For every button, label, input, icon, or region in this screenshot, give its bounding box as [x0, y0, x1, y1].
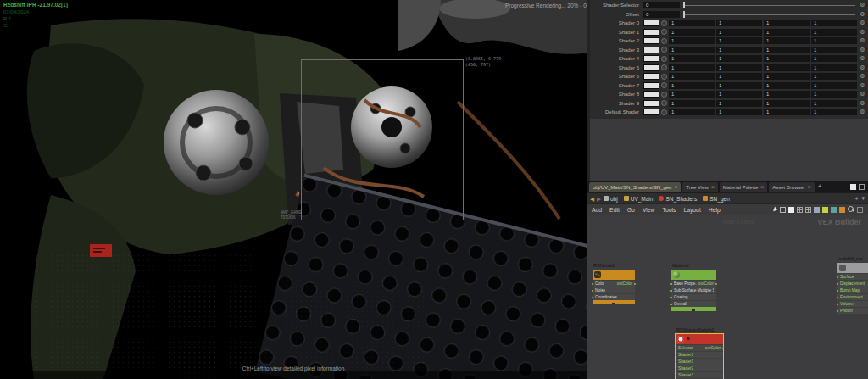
shader-value-field[interactable]: 1	[716, 29, 762, 36]
shader-value-field[interactable]: 1	[764, 91, 810, 98]
layout-grid-icon[interactable]	[797, 207, 803, 213]
node-rsshaderswitch1[interactable]: RSShaderSwitch1⚑SelectoroutColorShader0S…	[676, 334, 723, 379]
slider-handle[interactable]	[683, 2, 685, 8]
menu-go[interactable]: Go	[627, 207, 635, 213]
input-connector-dot[interactable]	[837, 290, 838, 292]
color-swatch[interactable]	[643, 100, 659, 107]
pane-tab[interactable]: Material Palette×	[720, 182, 767, 192]
gear-icon[interactable]: ⚙	[858, 1, 867, 9]
node-rsnoise1[interactable]: RSNoise1ColoroutColorNoiseCoordinates	[593, 270, 635, 304]
shader-value-field[interactable]: 1	[764, 47, 810, 53]
menu-edit[interactable]: Edit	[609, 207, 620, 213]
node-input-row[interactable]: Shader1	[676, 358, 723, 365]
node-input-row[interactable]: Overall	[671, 300, 716, 307]
input-connector-dot[interactable]	[837, 304, 838, 305]
display-options-icon[interactable]	[857, 207, 863, 213]
color-picker-toggle[interactable]	[661, 100, 667, 106]
slider-handle[interactable]	[683, 11, 685, 18]
select-box-icon[interactable]	[780, 207, 786, 213]
menu-add[interactable]: Add	[592, 207, 602, 213]
pane-tab[interactable]: obj/UV_Main/SN_Shaders/SN_gen×	[589, 182, 681, 192]
parameter-value-field[interactable]: 0	[643, 2, 680, 8]
shader-value-field[interactable]: 1	[716, 55, 762, 62]
shader-value-field[interactable]: 1	[716, 73, 762, 80]
color-swatch[interactable]	[643, 20, 659, 26]
input-connector-dot[interactable]	[837, 310, 838, 312]
shader-value-field[interactable]: 1	[811, 20, 857, 26]
layout-grid2-icon[interactable]	[805, 207, 811, 213]
pane-tab[interactable]: Tree View×	[682, 182, 717, 192]
node-input-row[interactable]: Photon	[837, 307, 868, 314]
color-picker-toggle[interactable]	[661, 92, 667, 98]
shader-value-field[interactable]: 1	[811, 55, 857, 62]
color-picker-toggle[interactable]	[661, 64, 667, 70]
node-header[interactable]	[593, 270, 635, 280]
output-connector-dot[interactable]	[715, 283, 717, 285]
shader-value-field[interactable]: 1	[669, 100, 715, 107]
gear-icon[interactable]: ⚙	[858, 99, 867, 108]
node-header[interactable]	[837, 263, 868, 273]
input-connector-dot[interactable]	[670, 304, 672, 305]
shader-value-field[interactable]: 1	[764, 109, 810, 115]
render-region-rect[interactable]	[301, 59, 464, 220]
input-connector-dot[interactable]	[670, 283, 672, 285]
gear-icon[interactable]: ⚙	[858, 54, 867, 63]
pane-menu-icon[interactable]	[859, 184, 865, 190]
color-picker-toggle[interactable]	[661, 29, 667, 35]
gear-icon[interactable]: ⚙	[858, 10, 867, 19]
gear-icon[interactable]: ⚙	[858, 81, 867, 90]
shader-value-field[interactable]: 1	[716, 47, 762, 53]
shader-value-field[interactable]: 1	[811, 29, 857, 36]
node-input-row[interactable]: Displacement	[837, 280, 868, 287]
color-picker-toggle[interactable]	[661, 20, 667, 26]
node-header[interactable]	[671, 270, 716, 280]
node-input-row[interactable]: Base Prope...outColor	[671, 280, 716, 287]
tool-yellow-icon[interactable]	[822, 207, 828, 213]
menu-layout[interactable]: Layout	[683, 207, 700, 213]
parameter-value-field[interactable]: 0	[643, 11, 680, 18]
shader-value-field[interactable]: 1	[669, 91, 715, 98]
color-swatch[interactable]	[643, 64, 659, 71]
tool-grey-icon[interactable]	[814, 207, 820, 213]
forward-arrow-icon[interactable]: ▶	[597, 193, 601, 204]
shader-value-field[interactable]: 1	[716, 109, 762, 115]
shader-value-field[interactable]: 1	[669, 47, 715, 53]
node-input-row[interactable]: Coordinates	[593, 293, 635, 300]
shader-value-field[interactable]: 1	[669, 29, 715, 36]
gear-icon[interactable]: ⚙	[858, 19, 867, 27]
color-picker-toggle[interactable]	[661, 38, 667, 44]
color-swatch[interactable]	[643, 109, 659, 115]
shader-value-field[interactable]: 1	[811, 47, 857, 53]
shader-value-field[interactable]: 1	[669, 109, 715, 115]
shader-value-field[interactable]: 1	[716, 20, 762, 26]
output-connector-dot[interactable]	[634, 283, 636, 285]
node-input-row[interactable]: ColoroutColor	[593, 280, 635, 287]
node-redshift-material[interactable]: redshift_maSurfaceDisplacementBump MapEn…	[837, 263, 868, 314]
color-picker-toggle[interactable]	[661, 82, 667, 88]
input-connector-dot[interactable]	[837, 297, 838, 298]
path-menu-icon[interactable]: ▾	[861, 195, 865, 202]
shader-value-field[interactable]: 1	[716, 100, 762, 107]
input-connector-dot[interactable]	[592, 290, 593, 292]
shader-value-field[interactable]: 1	[764, 29, 810, 36]
node-material[interactable]: MaterialBase Prope...outColorSub Surface…	[671, 270, 716, 311]
close-icon[interactable]: ×	[711, 185, 715, 190]
shader-value-field[interactable]: 1	[716, 91, 762, 98]
shader-value-field[interactable]: 1	[669, 82, 715, 89]
node-input-row[interactable]: Bump Map	[837, 287, 868, 293]
shader-value-field[interactable]: 1	[764, 55, 810, 62]
node-header[interactable]: ⚑	[676, 334, 723, 344]
shader-value-field[interactable]: 1	[811, 73, 857, 80]
shader-value-field[interactable]: 1	[811, 100, 857, 107]
parameter-slider[interactable]	[683, 11, 855, 18]
shader-value-field[interactable]: 1	[811, 91, 857, 98]
input-connector-dot[interactable]	[675, 348, 676, 349]
render-viewport[interactable]: Redshift IPR -21.97.02[1] 07/04/2024 R 1…	[0, 0, 587, 379]
shader-value-field[interactable]: 1	[811, 37, 857, 44]
color-swatch[interactable]	[643, 37, 659, 44]
path-crumb[interactable]: UV_Main	[624, 196, 654, 202]
close-icon[interactable]: ×	[808, 185, 811, 190]
parameter-slider[interactable]	[683, 2, 855, 8]
gear-icon[interactable]: ⚙	[858, 64, 867, 72]
input-connector-dot[interactable]	[592, 297, 593, 298]
